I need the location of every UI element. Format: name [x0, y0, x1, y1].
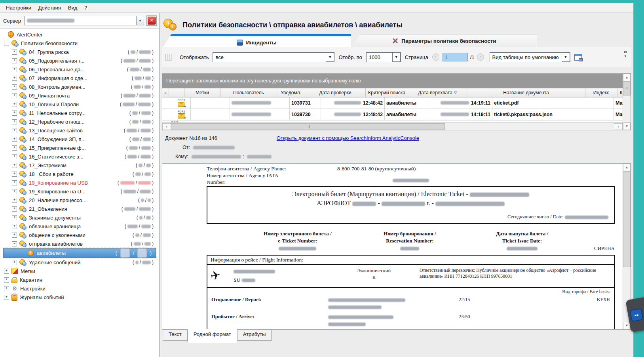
expand-toggle[interactable]: +: [12, 50, 17, 55]
scrollbar-thumb[interactable]: [623, 171, 631, 267]
grid-settings-icon[interactable]: [165, 54, 172, 61]
expand-toggle[interactable]: +: [12, 189, 17, 194]
menu-item[interactable]: Вид: [65, 4, 81, 11]
scroll-up-button[interactable]: ▲: [623, 164, 631, 171]
expand-toggle[interactable]: +: [12, 111, 17, 116]
scroll-down-button[interactable]: ▼: [623, 122, 631, 130]
tree-item[interactable]: +облачные хранилища( / ): [2, 222, 158, 231]
scrollbar-thumb[interactable]: ≡: [623, 81, 631, 95]
expand-toggle[interactable]: +: [12, 233, 17, 238]
vertical-scrollbar[interactable]: ▲ ≡ ▼: [623, 74, 631, 130]
save-table-view-icon[interactable]: [574, 54, 582, 61]
expand-toggle[interactable]: +: [12, 137, 17, 142]
tree-item[interactable]: +11_Нелояльные сотру...( / ): [2, 109, 158, 117]
tab-incidents[interactable]: Инциденты: [162, 34, 351, 49]
expand-toggle[interactable]: +: [12, 180, 17, 185]
tree-item[interactable]: +общение с уволенными( / ): [2, 231, 158, 239]
tab-policy-parameters[interactable]: Параметры политики безопасности: [351, 34, 537, 47]
expand-toggle[interactable]: +: [12, 67, 17, 72]
prev-page-button[interactable]: ‹: [432, 53, 439, 61]
tree-item-settings[interactable]: +⚙Настройки: [2, 284, 158, 293]
column-header-Компь[interactable]: Компь: [617, 88, 623, 97]
column-header-Критерий поиска[interactable]: Критерий поиска: [366, 88, 408, 97]
tree-item[interactable]: +14_Обсуждении ЗП, п...( / ): [2, 135, 158, 143]
expand-toggle[interactable]: +: [12, 145, 17, 151]
expand-toggle[interactable]: +: [12, 102, 17, 107]
expand-toggle[interactable]: +: [12, 93, 17, 98]
viewer-tab-active[interactable]: Родной формат: [188, 329, 237, 343]
tree-item-event-journal[interactable]: +Журналы событий: [2, 293, 158, 302]
per-page-select[interactable]: 1000 ▼: [366, 52, 401, 62]
column-header-Дата перехвата[interactable]: Дата перехвата▽: [408, 88, 467, 97]
tree-item[interactable]: +09_Личная почта( / ): [2, 91, 158, 100]
expand-toggle[interactable]: +: [12, 260, 17, 265]
expand-toggle[interactable]: +: [4, 286, 9, 291]
tree-item[interactable]: +05_Подозрительная т...( / ): [2, 56, 158, 65]
expand-toggle[interactable]: +: [4, 277, 9, 283]
group-by-panel[interactable]: Перетащите заголовок колонки на эту пане…: [162, 74, 623, 88]
toolbar-overflow-button[interactable]: » ▾: [624, 49, 627, 58]
tree-item[interactable]: +10_Логины и Пароли( / ): [2, 100, 158, 109]
tree-item-quarantine[interactable]: +Карантин: [2, 275, 158, 284]
display-filter-select[interactable]: все ▼: [213, 52, 334, 62]
tree-item[interactable]: +15_Прикрепленные ф...( / ): [2, 143, 158, 152]
expand-toggle[interactable]: +: [12, 198, 17, 203]
expand-toggle[interactable]: +: [12, 172, 17, 177]
expand-toggle[interactable]: +: [12, 58, 17, 63]
column-header-Название документа[interactable]: Название документа: [467, 88, 585, 97]
column-header-icon[interactable]: [162, 88, 169, 97]
viewer-tab-inactive[interactable]: Атрибуты: [237, 330, 272, 341]
tree-item-tags[interactable]: +Метки: [2, 267, 158, 275]
column-header-Уведомл.[interactable]: Уведомл.: [277, 88, 305, 97]
tree-item[interactable]: +18_ Сбои в работе( / ): [2, 170, 158, 178]
column-header-Метки[interactable]: Метки: [184, 88, 220, 97]
tree-item[interactable]: авиабилеты( / ): [3, 248, 156, 258]
expand-toggle[interactable]: +: [12, 163, 17, 168]
menu-item[interactable]: Действия: [35, 4, 65, 11]
expand-toggle[interactable]: +: [12, 119, 17, 124]
chevron-down-icon[interactable]: ▼: [137, 16, 144, 25]
tree-item[interactable]: +Значимые документы( / ): [2, 213, 158, 222]
table-row[interactable]: POP3103973012:48:42авиабилеты14:19:11tic…: [162, 109, 623, 120]
tree-item[interactable]: +20_Наличие процессо...( / ): [2, 196, 158, 204]
scroll-left-button[interactable]: ‹: [162, 123, 171, 130]
scroll-right-button[interactable]: ›: [614, 123, 623, 130]
tree-item[interactable]: −отправка авиабилетов( / ): [2, 239, 158, 248]
column-header-Индекс[interactable]: Индекс: [585, 88, 617, 97]
menu-item[interactable]: ?: [81, 4, 91, 11]
table-view-select[interactable]: Вид таблицы по умолчанию ▼: [490, 52, 570, 62]
menu-item[interactable]: Настройки: [2, 4, 35, 11]
tree-item[interactable]: +21_Объявления( / ): [2, 204, 158, 213]
tree-item[interactable]: +17_Экстремизм( / ): [2, 161, 158, 170]
expand-toggle[interactable]: +: [12, 76, 17, 81]
collapse-toggle[interactable]: −: [4, 41, 9, 46]
expand-toggle[interactable]: +: [12, 215, 17, 220]
next-page-button[interactable]: ›: [477, 53, 484, 61]
expand-toggle[interactable]: −: [12, 241, 17, 246]
horizontal-scrollbar[interactable]: ‹ ›: [162, 123, 623, 130]
disconnect-button[interactable]: ✕: [146, 15, 157, 26]
tree-item[interactable]: +07_Информация о сде...( / ): [2, 74, 158, 82]
column-header-Пользователь[interactable]: Пользователь: [220, 88, 277, 97]
expand-toggle[interactable]: +: [12, 206, 17, 212]
tree-item[interactable]: +Удаление сообщений( / ): [2, 258, 158, 267]
expand-toggle[interactable]: +: [12, 84, 17, 90]
column-header-icon[interactable]: [169, 88, 184, 97]
open-in-analyticconsole-link[interactable]: Открыть документ с помощью SearchInform …: [277, 135, 419, 141]
scroll-up-button[interactable]: ▲: [623, 74, 631, 81]
column-header-Дата проверки[interactable]: Дата проверки: [305, 88, 366, 97]
server-combobox[interactable]: [24, 16, 137, 25]
expand-toggle[interactable]: +: [12, 224, 17, 229]
tree-item-alertcenter[interactable]: AlertCenter: [2, 30, 158, 39]
tree-item[interactable]: +19_Копирование на USB( / ): [2, 178, 158, 187]
expand-toggle[interactable]: +: [12, 128, 17, 133]
expand-toggle[interactable]: +: [4, 269, 9, 274]
tree-item[interactable]: +06_Персональные да...( / ): [2, 65, 158, 74]
tree-item[interactable]: +16_Статистические з...( / ): [2, 152, 158, 161]
expand-toggle[interactable]: +: [12, 154, 17, 159]
viewer-tab-inactive[interactable]: Текст: [163, 330, 188, 341]
tree-item-policies[interactable]: − Политики безопасности: [2, 39, 158, 48]
tree-item[interactable]: +12_Нерабочие отнош...( / ): [2, 117, 158, 126]
scrollbar-thumb[interactable]: [171, 123, 445, 130]
tree-item[interactable]: +19_Копирование на U...( / ): [2, 187, 158, 196]
